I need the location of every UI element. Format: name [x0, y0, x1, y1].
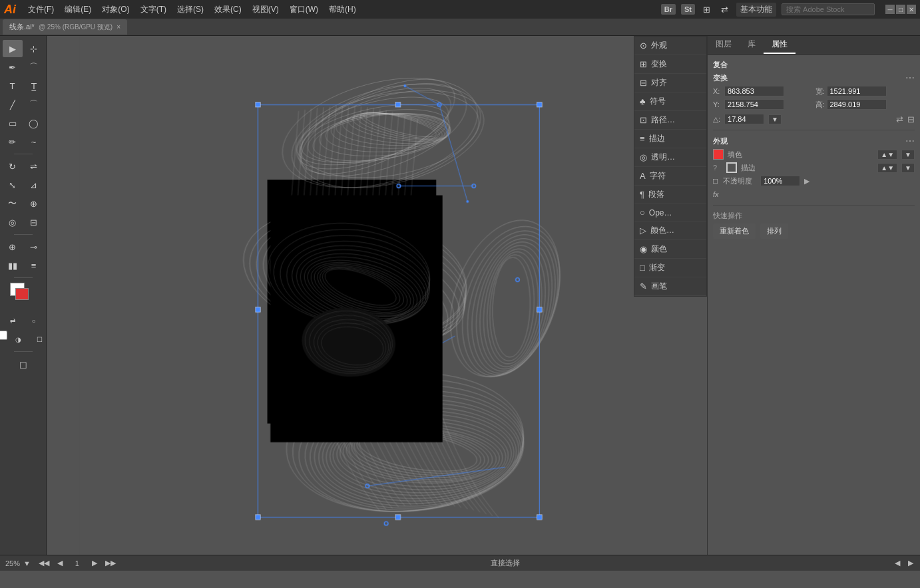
- zoom-control[interactable]: 25% ▼: [5, 559, 32, 567]
- arrange-btn[interactable]: 排列: [760, 223, 788, 239]
- panel-item-appearance[interactable]: ⊙ 外观: [634, 37, 706, 55]
- panel-item-gradient[interactable]: □ 渐变: [634, 259, 706, 277]
- workspace-selector[interactable]: 基本功能: [736, 3, 776, 17]
- menu-edit[interactable]: 编辑(E): [61, 3, 95, 17]
- panel-item-brush[interactable]: ✎ 画笔: [634, 277, 706, 296]
- arc-tool[interactable]: ⌒: [24, 96, 44, 113]
- panel-item-color[interactable]: ◉ 颜色: [634, 240, 706, 259]
- pencil-tool[interactable]: ✏: [3, 133, 23, 150]
- w-input[interactable]: [827, 86, 887, 96]
- menu-effect[interactable]: 效果(C): [210, 3, 246, 17]
- lasso-tool[interactable]: ⊹: [24, 40, 44, 57]
- smooth-tool[interactable]: ~: [24, 133, 44, 150]
- tab-close-icon[interactable]: ×: [116, 23, 120, 31]
- recolor-btn[interactable]: 重新着色: [713, 223, 756, 239]
- zoom-dropdown-btn[interactable]: ▼: [22, 559, 32, 567]
- bar-graph-tool[interactable]: ≡: [24, 257, 44, 274]
- area-type-tool[interactable]: T̲: [24, 77, 44, 94]
- line-segment-tool[interactable]: ╱: [3, 96, 23, 113]
- pen-tool[interactable]: ✒: [3, 59, 23, 76]
- close-button[interactable]: ✕: [907, 5, 916, 14]
- opacity-input[interactable]: [760, 176, 800, 186]
- stroke-dropdown-btn[interactable]: ▲▼: [877, 163, 897, 173]
- column-graph-tool[interactable]: ▮▮: [3, 257, 23, 274]
- opacity-more-btn[interactable]: ▶: [804, 177, 809, 186]
- x-input[interactable]: [724, 86, 784, 96]
- fill-swatch-indicator[interactable]: [713, 149, 724, 160]
- color-mode-btn[interactable]: [0, 331, 7, 340]
- stock-button[interactable]: St: [681, 4, 695, 15]
- prev-btn[interactable]: ◀: [56, 559, 64, 567]
- artwork-canvas[interactable]: [47, 36, 707, 555]
- ellipse-tool[interactable]: ◯: [24, 114, 44, 132]
- panel-item-gradient-label: 渐变: [649, 262, 665, 273]
- canvas-area[interactable]: ⊙ 外观 ⊞ 变换 ⊟ 对齐 ♣ 符号 ⊡ 路径… ≡ 描边: [47, 36, 707, 555]
- minimize-button[interactable]: ─: [885, 5, 895, 14]
- angle-dropdown-btn[interactable]: ▼: [768, 114, 782, 124]
- stroke-more-btn[interactable]: ▼: [901, 163, 915, 173]
- next-artboard-btn[interactable]: ▶▶: [104, 559, 117, 567]
- menu-view[interactable]: 视图(V): [248, 3, 283, 17]
- menu-file[interactable]: 文件(F): [24, 3, 58, 17]
- panel-item-pathfinder[interactable]: ⊡ 路径…: [634, 111, 706, 130]
- y-input[interactable]: [724, 99, 784, 110]
- shear-tool[interactable]: ⊿: [24, 176, 44, 194]
- warp-tool[interactable]: 〜: [3, 195, 23, 212]
- puppet-tool[interactable]: ⊕: [24, 195, 44, 212]
- panel-item-align[interactable]: ⊟ 对齐: [634, 74, 706, 92]
- sync-icon[interactable]: ⇄: [718, 3, 731, 16]
- panel-item-stroke[interactable]: ≡ 描边: [634, 130, 706, 148]
- appearance-more-btn[interactable]: ⋯: [905, 136, 915, 146]
- transform-icon: ⊞: [640, 59, 647, 69]
- tab-properties[interactable]: 属性: [764, 36, 796, 54]
- reflect-tool[interactable]: ⇌: [24, 158, 44, 175]
- panel-item-symbol[interactable]: ♣ 符号: [634, 92, 706, 111]
- status-arrow-right[interactable]: ▶: [907, 559, 915, 567]
- panel-item-align-label: 对齐: [651, 77, 667, 88]
- grid-icon[interactable]: ⊞: [700, 3, 713, 16]
- select-tool[interactable]: ▶: [3, 40, 23, 57]
- fill-more-btn[interactable]: ▼: [901, 150, 915, 160]
- panel-item-transform[interactable]: ⊞ 变换: [634, 55, 706, 74]
- document-tab[interactable]: 线条.ai* @ 25% (RGB/GPU 预览) ×: [3, 19, 127, 35]
- stroke-swatch[interactable]: [15, 288, 29, 300]
- menu-window[interactable]: 窗口(W): [286, 3, 322, 17]
- menu-text[interactable]: 文字(T): [136, 3, 170, 17]
- eyedropper-tool[interactable]: ⊕: [3, 238, 23, 255]
- h-input[interactable]: [827, 99, 887, 110]
- menu-object[interactable]: 对象(O): [98, 3, 133, 17]
- blend-tool[interactable]: ◎: [3, 214, 23, 231]
- fill-dropdown-btn[interactable]: ▲▼: [877, 150, 897, 160]
- rect-tool[interactable]: ▭: [3, 114, 23, 132]
- stock-search-input[interactable]: [782, 3, 875, 15]
- bridge-button[interactable]: Br: [661, 4, 676, 15]
- stroke-swatch-indicator[interactable]: [726, 162, 737, 173]
- curvature-tool[interactable]: ⌒: [24, 59, 44, 76]
- panel-item-opentype[interactable]: ○ Ope…: [634, 204, 706, 221]
- measure-tool[interactable]: ⊸: [24, 238, 44, 255]
- scale-tool[interactable]: ⤡: [3, 176, 23, 194]
- menu-help[interactable]: 帮助(H): [325, 3, 360, 17]
- gradient-mode-btn[interactable]: ◑: [9, 331, 29, 348]
- panel-item-paragraph[interactable]: ¶ 段落: [634, 186, 706, 204]
- gradient-mesh-tool[interactable]: ⊟: [24, 214, 44, 231]
- transform-more-btn[interactable]: ⋯: [905, 73, 915, 83]
- change-screen-mode-btn[interactable]: ☐: [13, 357, 33, 374]
- status-arrow-left[interactable]: ◀: [893, 559, 901, 567]
- next-btn[interactable]: ▶: [91, 559, 99, 567]
- panel-item-swatches[interactable]: ▷ 颜色…: [634, 221, 706, 240]
- maximize-button[interactable]: □: [896, 5, 905, 14]
- default-colors-icon[interactable]: ○: [24, 312, 44, 329]
- prev-artboard-btn[interactable]: ◀◀: [37, 559, 51, 567]
- tab-library[interactable]: 库: [740, 36, 764, 54]
- tab-layers[interactable]: 图层: [708, 36, 740, 54]
- menu-select[interactable]: 选择(S): [173, 3, 208, 17]
- angle-input[interactable]: [724, 114, 764, 124]
- panel-item-character[interactable]: A 字符: [634, 167, 706, 186]
- type-tool[interactable]: T: [3, 77, 23, 94]
- artboard-number-input[interactable]: [69, 559, 85, 567]
- swatches-icon: ▷: [640, 225, 646, 235]
- swap-colors-icon[interactable]: ⇄: [3, 312, 23, 329]
- rotate-tool[interactable]: ↻: [3, 158, 23, 175]
- panel-item-transparency[interactable]: ◎ 透明…: [634, 148, 706, 167]
